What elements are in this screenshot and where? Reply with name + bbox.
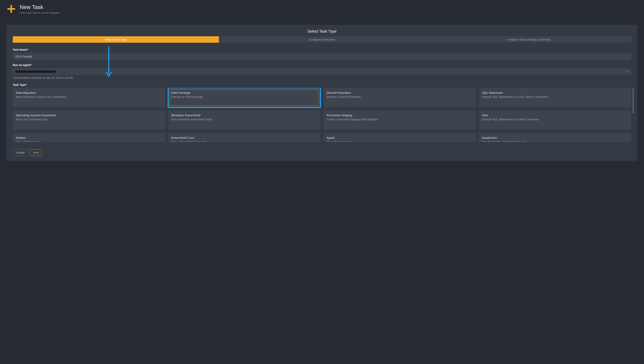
step-tab-label: Configure Execution	[309, 38, 335, 41]
task-type-card[interactable]: PowerShell CoreRun a PowerShell Core scr…	[168, 133, 321, 142]
agent-select[interactable]	[13, 68, 631, 75]
agent-label: Run on Agent*	[13, 64, 631, 67]
page-title: New Task	[20, 4, 59, 11]
step-tab-label: Configure Task Settings (Optional)	[506, 38, 550, 41]
plus-icon	[6, 4, 16, 14]
task-type-title: Hive	[482, 114, 628, 117]
task-type-desc: Execute a Stored Procedure	[327, 95, 473, 99]
task-type-label: Task Type*	[13, 83, 631, 86]
task-name-input[interactable]	[13, 53, 631, 60]
section-title: Select Task Type	[13, 29, 631, 34]
task-type-desc: Run Spark jobs and Notebooks using	[482, 140, 628, 142]
task-type-desc: Create a Persistent Staging Data Migrati…	[327, 118, 473, 121]
task-type-desc: Run a Windows Powershell Script	[171, 118, 318, 121]
task-type-desc: Run a OS Command scipt	[16, 118, 162, 121]
task-type-card[interactable]: SQL StatementExecute SQL Statements on a…	[479, 88, 632, 107]
task-type-title: Python	[16, 136, 162, 139]
page-subtitle: Add a new Task to Loome Integrate	[20, 11, 59, 14]
scrollbar-thumb[interactable]	[632, 88, 634, 113]
task-type-title: Operating System Command	[16, 114, 162, 117]
main-card: Select Task Type Select Task Type Config…	[6, 25, 638, 161]
task-type-card[interactable]: DatabricksRun Spark jobs and Notebooks u…	[479, 133, 632, 142]
next-button[interactable]: Next	[30, 149, 42, 156]
redacted-value	[15, 70, 56, 73]
task-type-title: Databricks	[482, 136, 628, 139]
task-type-desc: Execute an SSIS package	[171, 95, 318, 99]
task-type-card[interactable]: SSIS PackageExecute an SSIS package	[168, 88, 321, 107]
task-type-title: Persistent Staging	[327, 114, 473, 117]
task-type-title: Data Migration	[16, 91, 162, 94]
task-type-card[interactable]: Stored ProcedureExecute a Stored Procedu…	[324, 88, 476, 107]
cancel-button[interactable]: Cancel	[13, 149, 28, 156]
task-type-desc: Run a Spark service	[327, 140, 473, 142]
task-type-card[interactable]: Persistent StagingCreate a Persistent St…	[324, 110, 476, 130]
task-type-title: SQL Statement	[482, 91, 628, 94]
step-tab-configure-settings[interactable]: Configure Task Settings (Optional)	[425, 36, 631, 43]
agent-select-wrap	[13, 68, 631, 75]
task-type-card[interactable]: Operating System CommandRun a OS Command…	[13, 110, 165, 130]
step-tabs: Select Task Type Configure Execution Con…	[13, 36, 631, 43]
task-type-grid-wrap: Data MigrationMove Data from a Source to…	[13, 88, 631, 142]
task-type-scroll[interactable]: Data MigrationMove Data from a Source to…	[13, 88, 631, 142]
task-type-card[interactable]: SparkRun a Spark service	[324, 133, 476, 142]
agent-helper: Last heartbeat recorded on Jan 18, 2024 …	[13, 76, 631, 79]
task-name-label: Task Name*	[13, 48, 631, 51]
footer-buttons: Cancel Next	[13, 149, 631, 156]
step-tab-select-type[interactable]: Select Task Type	[13, 36, 219, 43]
task-type-desc: Move Data from a Source to a Destination	[16, 95, 162, 99]
task-type-desc: Run a PowerShell Core script	[171, 140, 318, 142]
step-tab-configure-execution[interactable]: Configure Execution	[219, 36, 425, 43]
task-type-card[interactable]: PythonRun a Python script	[13, 133, 165, 142]
task-type-desc: Execute HQL Statements on a Hive Connect…	[482, 118, 628, 121]
task-type-desc: Execute SQL Statements on a SQL Server C…	[482, 95, 628, 99]
task-type-title: Windows PowerShell	[171, 114, 318, 117]
task-type-title: PowerShell Core	[171, 136, 318, 139]
task-type-desc: Run a Python script	[16, 140, 162, 142]
page-header: New Task Add a new Task to Loome Integra…	[0, 0, 644, 20]
task-type-card[interactable]: Data MigrationMove Data from a Source to…	[13, 88, 165, 107]
task-type-card[interactable]: Windows PowerShellRun a Windows Powershe…	[168, 110, 321, 130]
task-type-card[interactable]: HiveExecute HQL Statements on a Hive Con…	[479, 110, 632, 130]
task-type-title: Stored Procedure	[327, 91, 473, 94]
task-type-title: Spark	[327, 136, 473, 139]
task-type-title: SSIS Package	[171, 91, 318, 94]
step-tab-label: Select Task Type	[105, 38, 127, 41]
task-type-grid: Data MigrationMove Data from a Source to…	[13, 88, 631, 142]
